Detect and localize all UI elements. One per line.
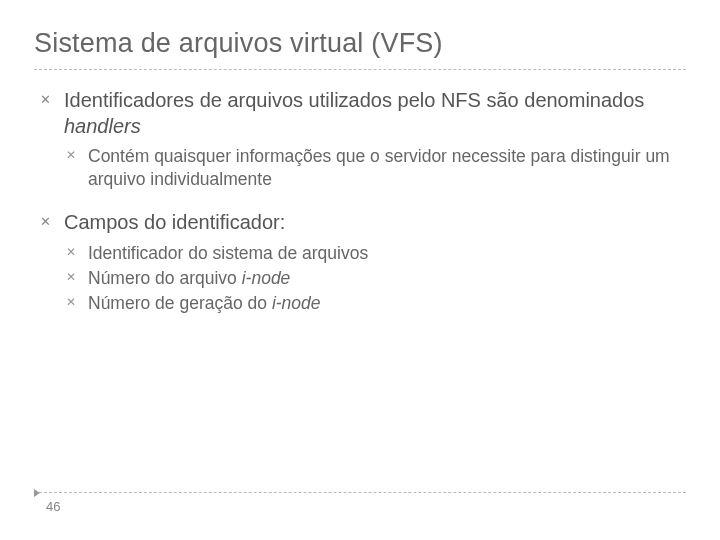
bullet-level2: ✕ Identificador do sistema de arquivos — [64, 242, 368, 264]
bullet-glyph: ✕ — [64, 145, 88, 190]
bullet-text: Contém quaisquer informações que o servi… — [88, 145, 686, 190]
bullet-text: Identificadores de arquivos utilizados p… — [64, 88, 686, 196]
slide-footer: 46 — [34, 492, 686, 514]
bullet-text: Identificador do sistema de arquivos — [88, 242, 368, 264]
page-number: 46 — [46, 499, 686, 514]
bullet-level2: ✕ Contém quaisquer informações que o ser… — [64, 145, 686, 190]
bullet-level2: ✕ Número de geração do i-node — [64, 292, 368, 314]
slide-title: Sistema de arquivos virtual (VFS) — [34, 28, 686, 70]
bullet-text: Número de geração do i-node — [88, 292, 321, 314]
bullet-glyph: ✕ — [64, 267, 88, 289]
bullet-glyph: ✕ — [64, 242, 88, 264]
bullet-glyph: ✕ — [40, 88, 64, 196]
bullet-text: Número do arquivo i-node — [88, 267, 290, 289]
bullet-glyph: ✕ — [64, 292, 88, 314]
bullet-level1: ✕ Identificadores de arquivos utilizados… — [40, 88, 686, 196]
bullet-glyph: ✕ — [40, 210, 64, 321]
bullet-level2: ✕ Número do arquivo i-node — [64, 267, 368, 289]
footer-divider — [34, 492, 686, 493]
slide-body: ✕ Identificadores de arquivos utilizados… — [34, 88, 686, 321]
triangle-icon — [34, 489, 40, 497]
bullet-text: Campos do identificador: ✕ Identificador… — [64, 210, 368, 321]
bullet-level1: ✕ Campos do identificador: ✕ Identificad… — [40, 210, 686, 321]
